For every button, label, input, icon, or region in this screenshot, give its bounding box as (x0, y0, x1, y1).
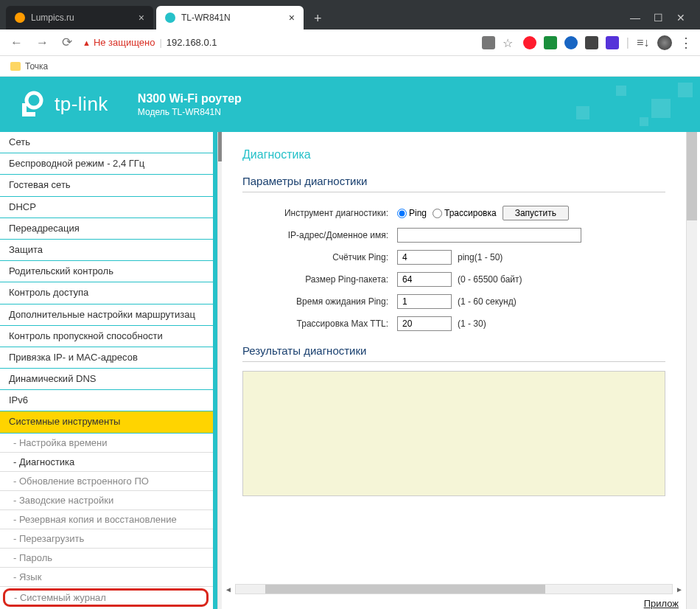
tab-label: TL-WR841N (181, 13, 231, 23)
svg-point-0 (27, 93, 41, 108)
sidebar-item[interactable]: IPv6 (0, 390, 213, 411)
hint-size: (0 - 65500 байт) (458, 274, 522, 285)
section-title: Параметры диагностики (242, 175, 665, 192)
ext-translate-icon[interactable] (482, 36, 495, 49)
sidebar-sub-item[interactable]: - Обновление встроенного ПО (0, 472, 213, 491)
minimize-icon[interactable]: — (630, 12, 640, 24)
label-timeout: Время ожидания Ping: (242, 296, 397, 307)
sidebar[interactable]: СетьБеспроводной режим - 2,4 ГГцГостевая… (0, 132, 217, 609)
sidebar-item[interactable]: Защита (0, 240, 213, 261)
ext-star-icon[interactable]: ☆ (503, 36, 516, 49)
bookmark-bar: Точка (0, 56, 700, 77)
header-pattern (508, 77, 700, 132)
sidebar-item[interactable]: Дополнительные настройки маршрутизац (0, 304, 213, 326)
ext-cube-icon[interactable] (585, 36, 598, 49)
ext-globe-icon[interactable] (564, 36, 578, 49)
label-size: Размер Ping-пакета: (242, 274, 397, 285)
footer-link[interactable]: Прилож (222, 595, 686, 609)
radio-trace[interactable]: Трассировка (433, 208, 497, 218)
ping-size-input[interactable] (397, 272, 452, 287)
sidebar-item[interactable]: Сеть (0, 132, 213, 153)
horizontal-scrollbar[interactable]: ◄ ► (222, 583, 686, 595)
sidebar-item[interactable]: Переадресация (0, 218, 213, 240)
security-warning: Не защищено (83, 37, 155, 48)
hint-ttl: (1 - 30) (458, 319, 486, 329)
sidebar-item[interactable]: Динамический DNS (0, 369, 213, 390)
sidebar-sub-item[interactable]: - Язык (0, 568, 213, 587)
favicon (165, 13, 175, 23)
ext-music-icon[interactable] (544, 36, 557, 49)
sidebar-sub-item[interactable]: - Заводские настройки (0, 491, 213, 510)
hint-count: ping(1 - 50) (458, 252, 503, 262)
label-ip: IP-адрес/Доменное имя: (242, 230, 397, 240)
label-tool: Инструмент диагностики: (242, 208, 397, 218)
back-icon[interactable]: ← (7, 32, 26, 53)
sidebar-item[interactable]: Родительский контроль (0, 261, 213, 282)
hint-timeout: (1 - 60 секунд) (458, 296, 517, 307)
new-tab-button[interactable]: + (307, 8, 329, 29)
reload-icon[interactable]: ⟳ (59, 32, 75, 53)
url-text: 192.168.0.1 (167, 37, 217, 48)
sidebar-item[interactable]: Контроль доступа (0, 282, 213, 304)
ping-timeout-input[interactable] (397, 294, 452, 309)
tab-inactive[interactable]: Lumpics.ru × (6, 6, 153, 29)
sidebar-item-system-log-highlighted[interactable]: - Системный журнал (3, 588, 209, 607)
profile-avatar[interactable] (657, 35, 672, 50)
menu-icon[interactable]: ⋮ (679, 35, 693, 51)
window-controls: — ☐ ✕ (621, 12, 694, 29)
ip-input[interactable] (397, 228, 581, 243)
brand-text: tp-link (55, 93, 108, 116)
trace-ttl-input[interactable] (397, 316, 452, 331)
sidebar-item-system-tools[interactable]: Системные инструменты (0, 411, 213, 433)
ext-ad-icon[interactable] (606, 36, 619, 49)
ext-list-icon[interactable]: ≡↓ (637, 36, 650, 49)
url-field[interactable]: Не защищено | 192.168.0.1 (83, 37, 475, 48)
sidebar-sub-item[interactable]: - Резервная копия и восстановление (0, 510, 213, 529)
sidebar-sub-item[interactable]: - Диагностика (0, 453, 213, 472)
content-area: Диагностика Параметры диагностики Инстру… (217, 132, 700, 609)
tab-active[interactable]: TL-WR841N × (156, 6, 304, 29)
run-button[interactable]: Запустить (503, 206, 569, 220)
browser-tab-strip: Lumpics.ru × TL-WR841N × + — ☐ ✕ (0, 0, 700, 29)
folder-icon (10, 62, 21, 71)
extensions: ☆ | ≡↓ ⋮ (482, 35, 693, 51)
ext-opera-icon[interactable] (523, 36, 536, 49)
header-subtitle: Модель TL-WR841N (138, 107, 242, 117)
label-count: Счётчик Ping: (242, 252, 397, 262)
favicon (15, 13, 25, 23)
close-window-icon[interactable]: ✕ (676, 12, 685, 24)
header-title: N300 Wi-Fi роутер (138, 92, 242, 105)
sidebar-item[interactable]: Гостевая сеть (0, 175, 213, 196)
ping-count-input[interactable] (397, 250, 452, 265)
label-ttl: Трассировка Max TTL: (242, 319, 397, 329)
router-header: tp-link N300 Wi-Fi роутер Модель TL-WR84… (0, 77, 700, 132)
sidebar-item[interactable]: Контроль пропускной способности (0, 326, 213, 347)
content-inner: Диагностика Параметры диагностики Инстру… (222, 132, 686, 583)
radio-ping[interactable]: Ping (397, 208, 427, 218)
sidebar-item[interactable]: DHCP (0, 197, 213, 218)
sidebar-item[interactable]: Привязка IP- и MAC-адресов (0, 347, 213, 369)
forward-icon[interactable]: → (33, 32, 52, 53)
results-box (242, 371, 665, 496)
sidebar-item[interactable]: Беспроводной режим - 2,4 ГГц (0, 153, 213, 175)
sidebar-sub-item[interactable]: - Настройка времени (0, 434, 213, 453)
tplink-logo-icon (18, 90, 47, 119)
bookmark-folder[interactable]: Точка (10, 61, 48, 72)
close-icon[interactable]: × (139, 12, 144, 24)
sidebar-sub-item[interactable]: - Пароль (0, 549, 213, 568)
bookmark-label: Точка (25, 61, 48, 72)
sidebar-sub-item[interactable]: - Перезагрузить (0, 529, 213, 549)
address-bar: ← → ⟳ Не защищено | 192.168.0.1 ☆ | ≡↓ ⋮ (0, 29, 700, 56)
vertical-scrollbar[interactable] (686, 132, 697, 609)
close-icon[interactable]: × (289, 12, 295, 24)
maximize-icon[interactable]: ☐ (654, 12, 663, 24)
tab-label: Lumpics.ru (31, 13, 74, 23)
page-title: Диагностика (242, 148, 665, 161)
svg-rect-2 (22, 112, 35, 116)
results-title: Результаты диагностики (242, 344, 665, 362)
